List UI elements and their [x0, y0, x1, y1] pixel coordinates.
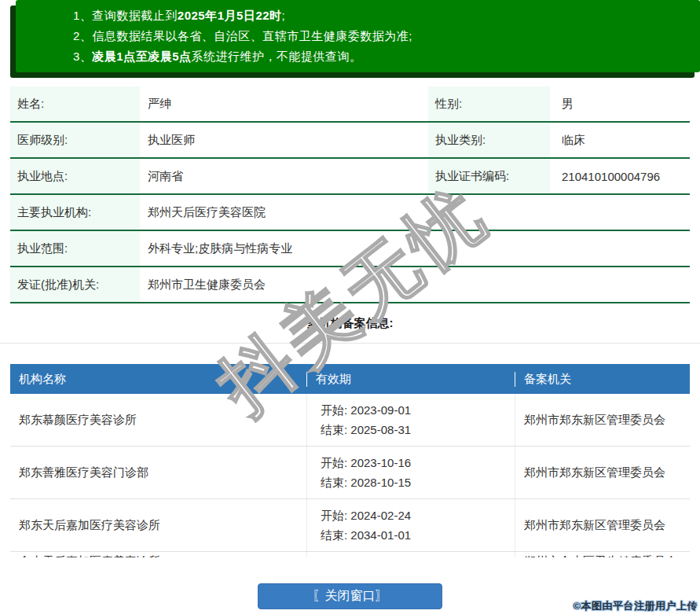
practice-category-value: 临床: [550, 123, 690, 157]
filing-row: 郑东天后嘉加医疗美容诊所 开始: 2024-02-24 结束: 2034-01-…: [10, 499, 690, 552]
filing-authority: 郑州市郑东新区管理委员会: [515, 394, 690, 446]
institution-name: 郑东慕颜医疗美容诊所: [10, 394, 306, 446]
institution-name: 郑东天后嘉加医疗美容诊所: [10, 499, 306, 551]
filing-authority: 郑州市郑东新区管理委员会: [515, 499, 690, 551]
filing-authority: 郑州市金水区卫生健康委员会: [515, 552, 690, 557]
info-row-location-certno: 执业地点: 河南省 执业证书编码: 210410100004796: [10, 159, 690, 195]
filing-table-header: 机构名称 有效期 备案机关: [10, 364, 690, 394]
divider: [0, 343, 700, 344]
practice-location-value: 河南省: [140, 159, 428, 193]
filing-row: 金水天后嘉加医疗美容诊所 开始: 2024-04-09 郑州市金水区卫生健康委员…: [10, 552, 690, 557]
institution-name: 金水天后嘉加医疗美容诊所: [10, 552, 306, 557]
practice-location-label: 执业地点:: [10, 159, 140, 193]
main-institution-value: 郑州天后医疗美容医院: [140, 195, 690, 230]
platform-attribution: ©本图由平台注册用户上传: [573, 599, 698, 613]
validity-period: 开始: 2024-04-09: [306, 552, 515, 557]
multi-institution-section-title: 多机构备案信息:: [0, 316, 700, 331]
filing-table: 机构名称 有效期 备案机关 郑东慕颜医疗美容诊所 开始: 2023-09-01 …: [10, 364, 690, 557]
info-row-main-institution: 主要执业机构: 郑州天后医疗美容医院: [10, 195, 690, 231]
practitioner-info-table: 姓名: 严绅 性别: 男 医师级别: 执业医师 执业类别: 临床 执业地点: 河…: [10, 86, 690, 303]
validity-period: 开始: 2023-10-16 结束: 2028-10-15: [306, 447, 515, 498]
gender-value: 男: [550, 86, 690, 121]
column-header-filing-authority: 备案机关: [515, 372, 690, 387]
name-label: 姓名:: [10, 86, 140, 121]
issuing-authority-label: 发证(批准)机关:: [10, 267, 140, 302]
validity-period: 开始: 2023-09-01 结束: 2025-08-31: [306, 394, 515, 446]
info-row-issuing-authority: 发证(批准)机关: 郑州市卫生健康委员会: [10, 267, 690, 303]
close-window-button[interactable]: 〖关闭窗口〗: [258, 583, 442, 609]
doctor-level-value: 执业医师: [140, 123, 428, 157]
info-row-practice-scope: 执业范围: 外科专业;皮肤病与性病专业: [10, 231, 690, 267]
column-header-institution: 机构名称: [10, 372, 306, 387]
filing-row: 郑东慕颜医疗美容诊所 开始: 2023-09-01 结束: 2025-08-31…: [10, 394, 690, 447]
info-row-level-category: 医师级别: 执业医师 执业类别: 临床: [10, 123, 690, 159]
gender-label: 性别:: [428, 86, 550, 121]
notice-line-3: 3、凌晨1点至凌晨5点系统进行维护，不能提供查询。: [73, 46, 688, 67]
doctor-level-label: 医师级别:: [10, 123, 140, 157]
column-header-validity: 有效期: [306, 372, 515, 387]
practice-scope-label: 执业范围:: [10, 231, 140, 266]
certificate-number-value: 210410100004796: [550, 159, 690, 193]
main-institution-label: 主要执业机构:: [10, 195, 140, 230]
issuing-authority-value: 郑州市卫生健康委员会: [140, 267, 690, 302]
notice-banner: 1、查询数据截止到2025年1月5日22时; 2、信息数据结果以各省、自治区、直…: [16, 0, 700, 72]
certificate-number-label: 执业证书编码:: [428, 159, 550, 193]
filing-row: 郑东善雅医疗美容门诊部 开始: 2023-10-16 结束: 2028-10-1…: [10, 447, 690, 499]
notice-line-2: 2、信息数据结果以各省、自治区、直辖市卫生健康委数据为准;: [73, 26, 688, 46]
validity-period: 开始: 2024-02-24 结束: 2034-01-01: [306, 499, 515, 551]
filing-authority: 郑州市郑东新区管理委员会: [515, 447, 690, 498]
notice-line-1: 1、查询数据截止到2025年1月5日22时;: [73, 6, 688, 26]
name-value: 严绅: [140, 86, 428, 121]
practice-scope-value: 外科专业;皮肤病与性病专业: [140, 231, 690, 266]
institution-name: 郑东善雅医疗美容门诊部: [10, 447, 306, 498]
info-row-name-gender: 姓名: 严绅 性别: 男: [10, 86, 690, 123]
practice-category-label: 执业类别:: [428, 123, 550, 157]
